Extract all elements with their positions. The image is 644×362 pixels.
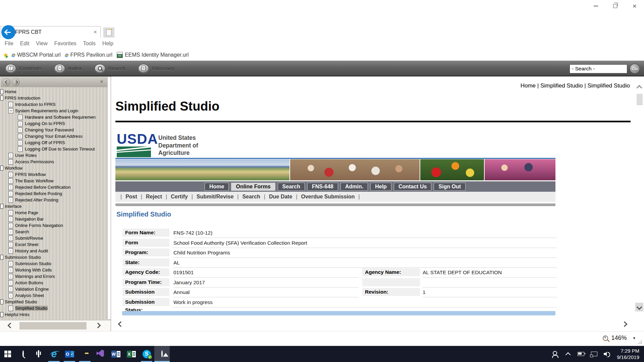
taskbar-start-button[interactable]: [0, 346, 15, 362]
tree-item-changing-your-password[interactable]: Changing Your Password: [0, 127, 107, 133]
tree-item-search[interactable]: Search: [0, 229, 107, 235]
tree-item-rejected-after-posting[interactable]: Rejected After Posting: [0, 197, 107, 203]
nav-button-admin[interactable]: Admin.: [340, 183, 368, 191]
favorites-item-wbscm-portal-url[interactable]: eWBSCM Portal.url: [12, 52, 61, 58]
tree-item-submit-revise[interactable]: Submit/Revise: [0, 235, 107, 241]
breadcrumb[interactable]: Home | Simplified Studio | Simplified St…: [521, 82, 630, 89]
people-icon[interactable]: [551, 351, 558, 357]
tree-item-working-with-cells[interactable]: Working With Cells: [0, 267, 107, 273]
pane-back-button[interactable]: [3, 78, 10, 86]
close-icon[interactable]: ×: [632, 3, 637, 9]
tree-item-simplified-studio[interactable]: Simplified Studio: [0, 305, 107, 311]
tree-item-online-forms-navigation[interactable]: Online Forms Navigation: [0, 222, 107, 229]
tab-close-icon[interactable]: ×: [94, 29, 97, 36]
taskbar-file-explorer-button[interactable]: [77, 346, 93, 362]
scrollbar-thumb[interactable]: [19, 322, 87, 329]
tree-item-action-buttons[interactable]: Action Buttons: [0, 280, 107, 286]
help-toolbar-search-button[interactable]: Search: [95, 64, 126, 73]
action-link-reject[interactable]: Reject: [146, 194, 162, 200]
tree-item-changing-your-email-address[interactable]: Changing Your Email Address: [0, 133, 107, 139]
tree-item-workflow[interactable]: Workflow: [0, 165, 107, 171]
menu-favorites[interactable]: Favorites: [51, 41, 80, 47]
minimize-icon[interactable]: [593, 3, 598, 9]
taskbar-outlook-button[interactable]: O✓: [62, 346, 77, 362]
nav-button-online-forms[interactable]: Online Forms: [231, 183, 275, 191]
nav-button-search[interactable]: Search: [278, 183, 305, 191]
help-toolbar-index-button[interactable]: Index: [54, 64, 82, 73]
inner-horizontal-scrollbar[interactable]: [122, 311, 555, 315]
tree-item-the-basic-workflow[interactable]: The Basic Workflow: [0, 178, 107, 184]
taskbar-word-button[interactable]: W: [108, 346, 123, 362]
taskbar-photos-button[interactable]: [154, 346, 170, 362]
taskbar-search-button[interactable]: [15, 346, 31, 362]
pane-close-icon[interactable]: ×: [100, 78, 103, 85]
scroll-right-icon[interactable]: [95, 323, 101, 328]
tree-item-logging-off-due-to-session-timeout[interactable]: Logging Off Due to Session Timeout: [0, 146, 107, 152]
taskbar-internet-explorer-button[interactable]: e: [46, 346, 62, 362]
menu-view[interactable]: View: [33, 41, 51, 47]
tree-item-logging-on-to-fprs[interactable]: Logging On to FPRS: [0, 120, 107, 127]
tree-item-interface[interactable]: Interface: [0, 203, 107, 209]
tree-item-history-and-audit[interactable]: History and Audit: [0, 248, 107, 254]
scroll-down-button[interactable]: [635, 303, 643, 311]
tree-item-helpful-hints[interactable]: Helpful Hints: [0, 311, 107, 318]
menu-tools[interactable]: Tools: [80, 41, 99, 47]
tree-item-fprs-workflow[interactable]: FPRS Workflow: [0, 171, 107, 178]
taskbar-excel-button[interactable]: X: [123, 346, 139, 362]
favorites-item-fprs-pavilion-url[interactable]: eFPRS Pavilion.url: [65, 52, 112, 58]
pane-forward-button[interactable]: [12, 78, 20, 86]
nav-button-help[interactable]: Help: [370, 183, 391, 191]
tree-item-analysis-sheet[interactable]: Analysis Sheet: [0, 292, 107, 299]
tree-item-submission-studio[interactable]: Submission Studio: [0, 254, 107, 260]
scroll-right-icon[interactable]: [622, 321, 628, 327]
tree-item-excel-sheet[interactable]: Excel Sheet: [0, 241, 107, 248]
tree-item-simplified-studio[interactable]: Simplified Studio: [0, 299, 107, 305]
action-link-due-date[interactable]: Due Date: [269, 194, 292, 200]
new-tab-button[interactable]: [103, 27, 114, 38]
help-toolbar-contents-button[interactable]: Contents: [5, 64, 42, 73]
tree-item-warnings-and-errors[interactable]: Warnings and Errors: [0, 273, 107, 280]
nav-button-contact-us[interactable]: Contact Us: [394, 183, 431, 191]
help-toolbar-glossary-button[interactable]: Glossary: [138, 64, 174, 73]
back-button[interactable]: [1, 25, 15, 39]
resize-grip[interactable]: [641, 343, 642, 344]
volume-icon[interactable]: [604, 351, 610, 357]
dropdown-caret-icon[interactable]: ▾: [633, 336, 635, 341]
chevron-up-icon[interactable]: [565, 351, 571, 357]
favorites-item-eems-identity-manager-url[interactable]: EEMS Identity Manager.url: [117, 52, 189, 58]
taskbar-visual-studio-button[interactable]: [93, 346, 108, 362]
sidebar-vertical-scrollbar[interactable]: [107, 77, 111, 319]
tree-item-access-permissions[interactable]: Access Permissions: [0, 159, 107, 165]
tree-item-rejected-before-certification[interactable]: Rejected Before Certification: [0, 184, 107, 190]
tree-item-submission-studio[interactable]: Submission Studio: [0, 260, 107, 267]
restore-icon[interactable]: [612, 3, 618, 9]
action-link-post[interactable]: Post: [125, 194, 137, 200]
nav-button-sign-out[interactable]: Sign Out: [434, 183, 466, 191]
taskbar-clock[interactable]: 7:29 PM 9/16/2019: [617, 348, 639, 360]
tree-item-home-page[interactable]: Home Page: [0, 209, 107, 216]
scroll-left-icon[interactable]: [8, 323, 13, 328]
help-search-input[interactable]: [570, 64, 627, 73]
network-icon[interactable]: [591, 351, 597, 357]
scrollbar-thumb[interactable]: [637, 94, 643, 105]
tree-item-navigation-bar[interactable]: Navigation Bar: [0, 216, 107, 222]
favorites-add-star-icon[interactable]: ★: [3, 51, 9, 59]
tree-item-user-roles[interactable]: User Roles: [0, 152, 107, 159]
tree-item-hardware-and-software-requiremen[interactable]: Hardware and Software Requiremen: [0, 114, 107, 120]
sidebar-horizontal-scrollbar[interactable]: [0, 320, 111, 331]
menu-help[interactable]: Help: [99, 41, 117, 47]
taskbar-skype-button[interactable]: S: [139, 346, 154, 362]
tree-item-introduction-to-fprs[interactable]: Introduction to FPRS: [0, 101, 107, 108]
scroll-left-icon[interactable]: [118, 321, 124, 327]
action-link-submit-revise[interactable]: Submit/Revise: [197, 194, 233, 200]
nav-button-home[interactable]: Home: [205, 183, 229, 191]
tree-item-rejected-before-posting[interactable]: Rejected Before Posting: [0, 190, 107, 197]
nav-button-fns-648[interactable]: FNS-648: [307, 183, 338, 191]
tree-item-fprs-introduction[interactable]: FPRS Introduction: [0, 95, 107, 101]
scroll-up-icon[interactable]: [637, 85, 641, 91]
tree-item-logging-off-of-fprs[interactable]: Logging Off of FPRS: [0, 139, 107, 146]
action-link-search[interactable]: Search: [242, 194, 260, 200]
zoom-control[interactable]: 146% ▾: [603, 335, 635, 342]
menu-file[interactable]: File: [1, 41, 17, 47]
menu-edit[interactable]: Edit: [17, 41, 33, 47]
